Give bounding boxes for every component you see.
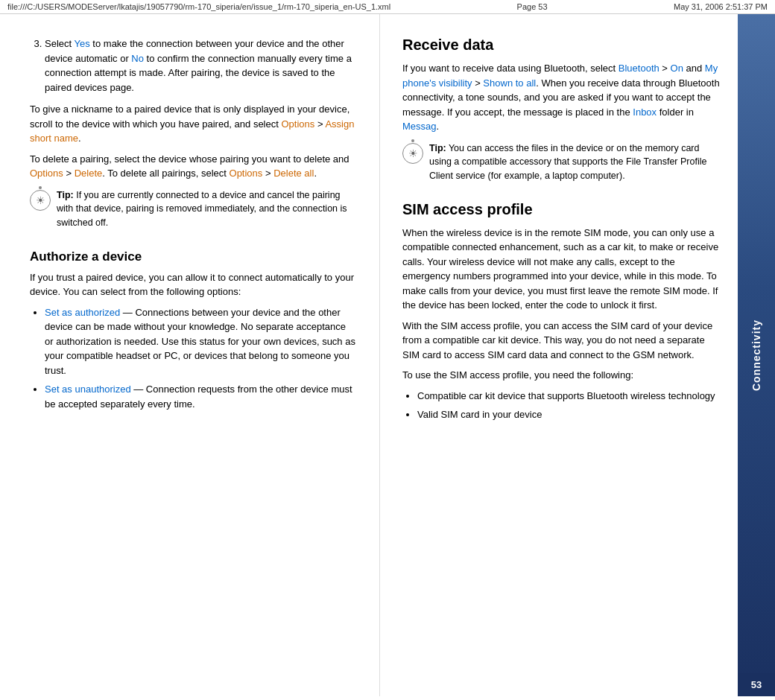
shown-to-all-link[interactable]: Shown to all [483, 77, 536, 89]
right-sidebar: Connectivity 53 [738, 14, 775, 696]
delete-para: To delete a pairing, select the device w… [30, 152, 357, 181]
top-bar-left: file:///C:/USERS/MODEServer/lkatajis/190… [7, 2, 390, 11]
step3-no-link[interactable]: No [131, 53, 144, 64]
authorize-para: If you trust a paired device, you can al… [30, 270, 357, 299]
main-container: Select Yes to make the connection betwee… [0, 14, 775, 696]
receive-data-heading: Receive data [402, 36, 723, 54]
sim-access-heading: SIM access profile [402, 201, 723, 218]
options-assign-link[interactable]: Options [281, 118, 314, 130]
sim-bullet-2: Valid SIM card in your device [417, 407, 723, 422]
delete-link[interactable]: Delete [75, 168, 103, 179]
inbox-link[interactable]: Inbox [633, 106, 657, 118]
step-3-item: Select Yes to make the connection betwee… [45, 36, 357, 95]
authorize-bullet-1: Set as authorized — Connections between … [45, 305, 357, 378]
top-bar-center: Page 53 [517, 2, 548, 11]
sim-para3: To use the SIM access profile, you need … [402, 368, 723, 383]
tip-icon-1: ☀ [30, 190, 51, 211]
sidebar-label: Connectivity [750, 319, 762, 391]
top-bar-right: May 31, 2006 2:51:37 PM [674, 2, 768, 11]
on-link[interactable]: On [671, 63, 683, 74]
sim-list: Compatible car kit device that supports … [402, 389, 723, 422]
sim-para1: When the wireless device is in the remot… [402, 226, 723, 313]
sim-para2: With the SIM access profile, you can acc… [402, 319, 723, 363]
receive-para1: If you want to receive data using Blueto… [402, 61, 723, 134]
messag-link[interactable]: Messag [402, 121, 437, 132]
set-as-authorized-link[interactable]: Set as authorized [45, 307, 120, 318]
bluetooth-link[interactable]: Bluetooth [619, 63, 659, 74]
top-bar: file:///C:/USERS/MODEServer/lkatajis/190… [0, 0, 775, 14]
options-delete-all-link[interactable]: Options [230, 168, 263, 179]
tip-box-2: ☀ Tip: You can access the files in the d… [402, 141, 723, 189]
tip-icon-2: ☀ [402, 143, 423, 164]
authorize-heading: Authorize a device [30, 249, 357, 264]
authorize-bullet-2: Set as unauthorized — Connection request… [45, 382, 357, 411]
tip1-text: Tip: If you are currently connected to a… [57, 188, 357, 230]
page-number-box: 53 [738, 673, 775, 696]
left-column: Select Yes to make the connection betwee… [0, 14, 380, 696]
content-area: Select Yes to make the connection betwee… [0, 14, 738, 696]
page-number: 53 [751, 679, 762, 690]
step3-yes-link[interactable]: Yes [75, 38, 90, 49]
options-delete-link[interactable]: Options [30, 168, 63, 179]
right-column: Receive data If you want to receive data… [380, 14, 738, 696]
step3-text: Select Yes to make the connection betwee… [45, 38, 352, 93]
sim-bullet-1: Compatible car kit device that supports … [417, 389, 723, 404]
nickname-para: To give a nickname to a paired device th… [30, 102, 357, 146]
tip2-text: Tip: You can access the files in the dev… [429, 141, 723, 183]
authorize-list: Set as authorized — Connections between … [30, 305, 357, 412]
delete-all-link[interactable]: Delete all [273, 168, 314, 179]
set-as-unauthorized-link[interactable]: Set as unauthorized [45, 384, 131, 395]
tip-box-1: ☀ Tip: If you are currently connected to… [30, 188, 357, 236]
